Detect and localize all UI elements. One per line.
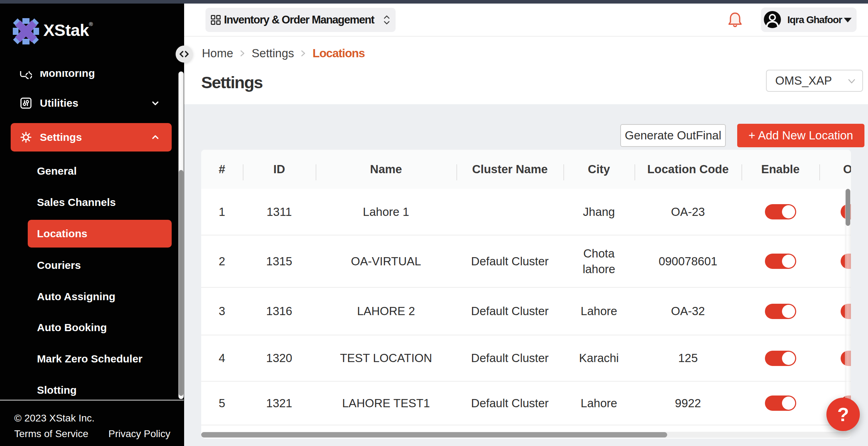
- cell-id: 1320: [243, 335, 316, 381]
- sidebar-item-auto-booking[interactable]: Auto Booking: [0, 318, 184, 337]
- cell-city: Lahore: [563, 382, 634, 425]
- sidebar-item-label: Utilities: [40, 97, 78, 109]
- toggle-knob: [782, 255, 795, 268]
- column-separator: [741, 164, 742, 180]
- generate-outfinal-button[interactable]: Generate OutFinal: [620, 124, 726, 147]
- notifications-bell-icon[interactable]: [727, 11, 743, 28]
- sidebar-item-label: Couriers: [37, 259, 81, 271]
- column-header-clipped[interactable]: O: [819, 150, 851, 189]
- column-header-enable[interactable]: Enable: [741, 150, 819, 189]
- toggle-knob: [782, 305, 795, 318]
- table-horizontal-scrollbar-thumb[interactable]: [201, 432, 667, 437]
- cell-num: 2: [201, 235, 243, 287]
- sidebar-item-sales-channels[interactable]: Sales Channels: [0, 193, 184, 212]
- breadcrumb: Home Settings Locations: [202, 47, 365, 60]
- question-mark: ?: [837, 403, 849, 425]
- sidebar-item-monitoring[interactable]: Monitoring: [0, 71, 184, 83]
- enable-toggle[interactable]: [765, 304, 796, 319]
- column-header-name[interactable]: Name: [316, 150, 456, 189]
- chevron-up-icon: [151, 133, 160, 142]
- sidebar-item-label: Locations: [37, 228, 87, 240]
- sidebar-item-label: Auto Booking: [37, 322, 107, 334]
- column-header-city[interactable]: City: [563, 150, 634, 189]
- sidebar-item-label: Monitoring: [40, 71, 95, 79]
- product-switcher[interactable]: Inventory & Order Management: [205, 8, 396, 32]
- product-switcher-label: Inventory & Order Management: [224, 14, 374, 26]
- column-header-id[interactable]: ID: [243, 150, 316, 189]
- cell-name: TEST LOCATION: [316, 335, 456, 381]
- toggle-knob: [782, 352, 795, 365]
- breadcrumb-home[interactable]: Home: [202, 47, 233, 60]
- sidebar-item-utilities[interactable]: Utilities: [0, 94, 184, 112]
- select-updown-icon: [382, 14, 391, 26]
- sidebar-item-mark-zero-scheduler[interactable]: Mark Zero Scheduler: [0, 350, 184, 368]
- sidebar-item-auto-assigning[interactable]: Auto Assigning: [0, 287, 184, 306]
- sidebar-item-slotting[interactable]: Slotting: [0, 381, 184, 399]
- user-menu[interactable]: Iqra Ghafoor: [761, 7, 857, 32]
- column-separator: [316, 164, 316, 180]
- brand-logo[interactable]: XStak®: [13, 15, 162, 49]
- sidebar-footer-divider: [0, 400, 184, 400]
- sidebar-item-label: Settings: [40, 131, 82, 143]
- header-divider: [184, 36, 868, 37]
- table-row[interactable]: 5 1321 LAHORE TEST1 Default Cluster Laho…: [201, 382, 851, 425]
- table-row[interactable]: 4 1320 TEST LOCATION Default Cluster Kar…: [201, 335, 851, 382]
- help-button[interactable]: ?: [826, 398, 860, 431]
- cell-cluster: Default Cluster: [456, 335, 563, 381]
- breadcrumb-separator-icon: [240, 49, 245, 58]
- workspace-select[interactable]: OMS_XAP: [766, 70, 863, 92]
- table-row[interactable]: 1 1311 Lahore 1 Jhang OA-23: [201, 189, 851, 235]
- monitoring-icon: [20, 71, 32, 79]
- utilities-icon: [20, 97, 32, 109]
- xstak-logo-icon: [13, 18, 39, 44]
- column-header-num[interactable]: #: [201, 150, 243, 189]
- enable-toggle[interactable]: [765, 254, 796, 269]
- cell-name: LAHORE 2: [316, 288, 456, 335]
- enable-toggle[interactable]: [765, 204, 796, 219]
- cell-id: 1311: [243, 189, 316, 235]
- column-header-cluster[interactable]: Cluster Name: [456, 150, 563, 189]
- column-separator: [819, 164, 820, 180]
- enable-toggle[interactable]: [765, 351, 796, 366]
- user-name: Iqra Ghafoor: [787, 14, 842, 26]
- cell-cluster: Default Cluster: [456, 235, 563, 287]
- avatar: [764, 11, 781, 28]
- table-row[interactable]: 3 1316 LAHORE 2 Default Cluster Lahore O…: [201, 288, 851, 335]
- cell-id: 1316: [243, 288, 316, 335]
- cell-code: 9922: [634, 382, 741, 425]
- sidebar-collapse-button[interactable]: [176, 46, 193, 63]
- column-header-code[interactable]: Location Code: [634, 150, 741, 189]
- enable-toggle[interactable]: [765, 395, 796, 411]
- table-vertical-scrollbar-thumb[interactable]: [846, 189, 850, 226]
- user-caret-icon: [844, 18, 852, 22]
- chevron-down-icon: [847, 78, 856, 85]
- sidebar-item-locations[interactable]: Locations: [28, 220, 172, 248]
- cell-id: 1321: [243, 382, 316, 425]
- sidebar-item-couriers[interactable]: Couriers: [0, 256, 184, 275]
- settings-gear-icon: [20, 131, 32, 143]
- cell-code: OA-32: [634, 288, 741, 335]
- table-row[interactable]: 2 1315 OA-VIRTUAL Default Cluster Chota …: [201, 235, 851, 288]
- collapse-expand-icon: [176, 46, 193, 63]
- sidebar-item-settings[interactable]: Settings: [11, 123, 172, 152]
- copyright-text: © 2023 XStak Inc.: [14, 413, 95, 424]
- workspace-select-value: OMS_XAP: [775, 74, 832, 87]
- breadcrumb-settings[interactable]: Settings: [252, 47, 294, 60]
- breadcrumb-separator-icon: [300, 49, 306, 58]
- sidebar-item-general[interactable]: General: [0, 162, 184, 180]
- add-new-location-button[interactable]: + Add New Location: [737, 124, 864, 147]
- column-separator: [563, 164, 564, 180]
- cell-num: 5: [201, 382, 243, 425]
- terms-of-service-link[interactable]: Terms of Service: [14, 428, 89, 440]
- cell-code: OA-23: [634, 189, 741, 235]
- window-top-strip: [0, 0, 868, 4]
- toggle-knob: [782, 205, 795, 218]
- sidebar-scrollbar-thumb[interactable]: [179, 170, 183, 396]
- breadcrumb-locations[interactable]: Locations: [312, 47, 365, 60]
- chevron-down-icon: [151, 99, 160, 108]
- cell-num: 3: [201, 288, 243, 335]
- privacy-policy-link[interactable]: Privacy Policy: [108, 428, 170, 440]
- cell-code: 125: [634, 335, 741, 381]
- registered-mark: ®: [89, 21, 93, 27]
- column-separator: [456, 164, 457, 180]
